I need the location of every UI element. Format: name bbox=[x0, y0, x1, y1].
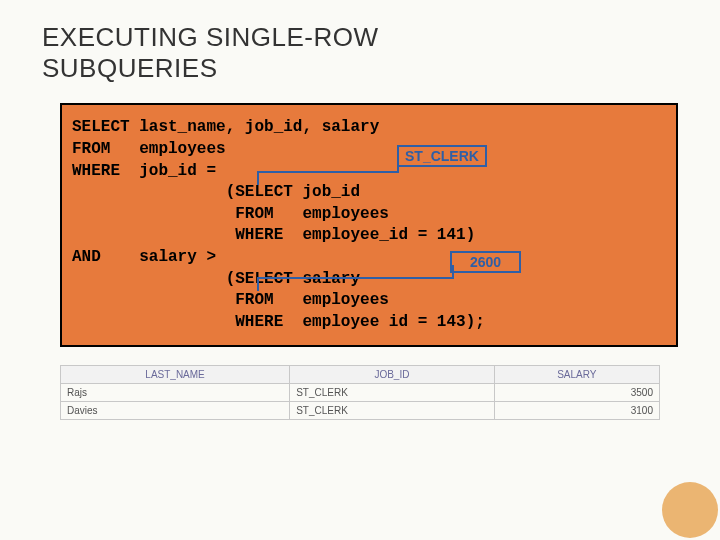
annotation-2600: 2600 bbox=[450, 251, 521, 273]
code-line-6: WHERE employee_id = 141) bbox=[72, 225, 666, 247]
arrow-icon bbox=[257, 171, 397, 173]
table-row: Davies ST_CLERK 3100 bbox=[61, 402, 660, 420]
code-line-2: FROM employees bbox=[72, 139, 666, 161]
code-line-10: WHERE employee id = 143); bbox=[72, 312, 666, 334]
sql-code-block: SELECT last_name, job_id, salary FROM em… bbox=[60, 103, 678, 347]
cell-jobid: ST_CLERK bbox=[290, 402, 495, 420]
decorative-circle-icon bbox=[662, 482, 718, 538]
cell-salary: 3500 bbox=[494, 384, 659, 402]
col-header-lastname: LAST_NAME bbox=[61, 366, 290, 384]
title-line2: SUBQUERIES bbox=[42, 53, 218, 83]
annotation-stclerk: ST_CLERK bbox=[397, 145, 487, 167]
cell-salary: 3100 bbox=[494, 402, 659, 420]
col-header-jobid: JOB_ID bbox=[290, 366, 495, 384]
table-row: Rajs ST_CLERK 3500 bbox=[61, 384, 660, 402]
code-line-5: FROM employees bbox=[72, 204, 666, 226]
title-line1: EXECUTING SINGLE-ROW bbox=[42, 22, 378, 52]
cell-lastname: Davies bbox=[61, 402, 290, 420]
code-line-9: FROM employees bbox=[72, 290, 666, 312]
code-line-4: (SELECT job_id bbox=[72, 182, 666, 204]
code-line-1: SELECT last_name, job_id, salary bbox=[72, 117, 666, 139]
code-line-7: AND salary > bbox=[72, 247, 666, 269]
arrow-icon bbox=[257, 277, 452, 279]
cell-lastname: Rajs bbox=[61, 384, 290, 402]
cell-jobid: ST_CLERK bbox=[290, 384, 495, 402]
page-title: EXECUTING SINGLE-ROW SUBQUERIES bbox=[42, 22, 720, 83]
col-header-salary: SALARY bbox=[494, 366, 659, 384]
result-table: LAST_NAME JOB_ID SALARY Rajs ST_CLERK 35… bbox=[60, 365, 660, 420]
